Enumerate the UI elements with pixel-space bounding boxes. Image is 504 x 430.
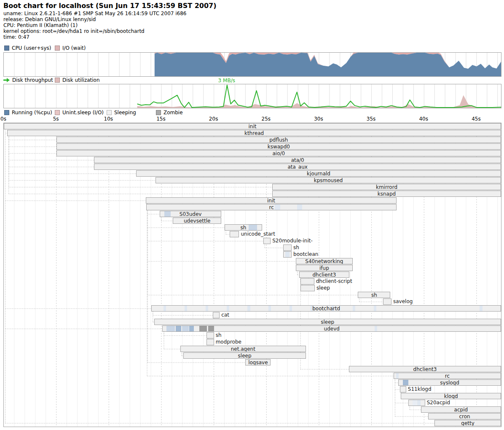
- time-tick-label: 25s: [262, 116, 271, 122]
- legend-swatch-icon: [4, 46, 9, 51]
- process-bar: [263, 238, 271, 244]
- process-label: syslogd: [399, 380, 501, 386]
- process-label: S40networking: [296, 258, 352, 264]
- time-tick-label: 15s: [156, 116, 166, 122]
- process-bar: ksnapd: [272, 191, 501, 197]
- process-bar: kpsmoused: [155, 177, 501, 183]
- process-rows: initkthreadpdflushkswapd0aio/0ata/0ata_a…: [4, 123, 501, 427]
- legend-label: Disk throughput: [12, 77, 53, 83]
- cpu-legend-item: CPU (user+sys): [4, 45, 51, 51]
- process-row-sh: sh: [4, 224, 501, 231]
- process-row-net-agent: net.agent: [4, 346, 501, 352]
- process-label: S11klogd: [408, 386, 432, 392]
- process-label: sleep: [155, 319, 501, 325]
- process-bar: bootchartd: [151, 305, 501, 312]
- process-label: aio/0: [57, 150, 501, 156]
- process-row-sh: sh: [4, 332, 501, 339]
- process-bar: S03udev: [160, 211, 221, 217]
- process-label: init: [146, 198, 397, 204]
- process-label: getty: [435, 420, 501, 426]
- process-bar: rc: [146, 204, 397, 210]
- process-label: rc: [394, 373, 501, 379]
- time-tick-label: 0s: [0, 116, 6, 122]
- process-label: dhclient-script: [316, 278, 352, 285]
- process-label: dhclient3: [349, 366, 501, 372]
- process-bar: init: [146, 197, 397, 204]
- proc-legend-item: Sleeping: [107, 110, 136, 116]
- process-bar: [206, 339, 214, 345]
- process-bar: [300, 278, 314, 285]
- time-axis: 0s5s10s15s20s25s30s35s40s45s: [0, 116, 504, 122]
- process-row-ata-aux: ata_aux: [4, 164, 501, 170]
- process-row-udevd: udevd: [4, 325, 501, 332]
- process-row-kswapd0: kswapd0: [4, 143, 501, 150]
- process-row-rc: rc: [4, 373, 501, 379]
- process-label: kjournald: [137, 171, 501, 177]
- boot-time-line: time: 0:47: [3, 34, 29, 40]
- process-bar: [283, 245, 292, 251]
- process-label: ata/0: [94, 157, 501, 163]
- process-bar: udevd: [162, 325, 501, 332]
- process-label: pdflush: [57, 137, 501, 143]
- process-row-kpsmoused: kpsmoused: [4, 177, 501, 184]
- process-row-s03udev: S03udev: [4, 211, 501, 218]
- process-bar: syslogd: [398, 379, 501, 386]
- process-row-aio-0: aio/0: [4, 150, 501, 157]
- page-title: Boot chart for localhost (Sun Jun 17 15:…: [3, 2, 217, 10]
- time-tick-label: 20s: [209, 116, 218, 122]
- process-bar: sh: [358, 292, 390, 298]
- process-label: kmirrord: [273, 184, 501, 190]
- time-tick-label: 40s: [419, 116, 428, 122]
- process-row-ksnapd: ksnapd: [4, 191, 501, 197]
- process-bar: [383, 298, 391, 305]
- process-label: dhclient3: [300, 272, 349, 278]
- process-row-sh: sh: [4, 292, 501, 298]
- process-row-acpid: acpid: [4, 406, 501, 413]
- legend-label: CPU (user+sys): [12, 45, 51, 51]
- legend-swatch-icon: [55, 110, 60, 115]
- process-bar: init: [4, 123, 501, 129]
- process-label: cron: [429, 414, 501, 419]
- process-row-s20acpid: S20acpid: [4, 400, 501, 406]
- proc-legend-item: Running (%cpu): [4, 110, 52, 116]
- process-label: unicode_start: [241, 231, 275, 237]
- process-bar: [230, 231, 239, 237]
- legend-label: Unint.sleep (I/O): [62, 110, 104, 116]
- disk-peak-label: 3 MB/s: [218, 78, 235, 83]
- uname-line: uname: Linux 2.6.21-1-686 #1 SMP Sat May…: [3, 11, 186, 16]
- process-bar: rc: [394, 373, 501, 379]
- legend-label: Sleeping: [114, 110, 136, 116]
- process-bar: S40networking: [296, 258, 353, 264]
- process-label: sh: [358, 292, 390, 298]
- process-bar: [400, 386, 406, 392]
- process-label: net.agent: [181, 346, 306, 352]
- process-bar: ata/0: [94, 157, 501, 163]
- process-bar: [300, 285, 315, 291]
- process-state-segment: [285, 252, 290, 257]
- process-row-kjournald: kjournald: [4, 170, 501, 177]
- process-label: kthread: [8, 130, 501, 136]
- process-label: ata_aux: [94, 164, 501, 170]
- process-row-s20module-init-: S20module-init-: [4, 238, 501, 245]
- process-label: ifup: [296, 265, 352, 271]
- time-tick-label: 10s: [104, 116, 113, 122]
- legend-swatch-icon: [107, 110, 112, 115]
- process-label: udevsettle: [173, 218, 221, 224]
- process-row-modprobe: modprobe: [4, 339, 501, 346]
- process-label: S20acpid: [427, 400, 450, 406]
- cpu-chart-legend: CPU (user+sys)I/O (wait): [0, 45, 504, 51]
- process-row-kmirrord: kmirrord: [4, 184, 501, 191]
- proc-legend-item: Zombie: [156, 110, 183, 116]
- time-tick-label: 5s: [53, 116, 59, 122]
- process-label: savelog: [393, 298, 413, 305]
- process-bar: klogd: [401, 393, 501, 399]
- process-bar: kswapd0: [56, 143, 501, 150]
- release-line: release: Debian GNU/Linux lenny/sid: [3, 16, 96, 22]
- disk-chart-legend: Disk throughputDisk utilization: [0, 77, 504, 83]
- process-bar: aio/0: [56, 150, 501, 156]
- process-row-sleep: sleep: [4, 319, 501, 325]
- process-bar: logsave: [245, 359, 271, 366]
- process-label: bootclean: [293, 251, 318, 258]
- legend-label: Disk utilization: [62, 77, 100, 83]
- process-label: logsave: [246, 360, 270, 366]
